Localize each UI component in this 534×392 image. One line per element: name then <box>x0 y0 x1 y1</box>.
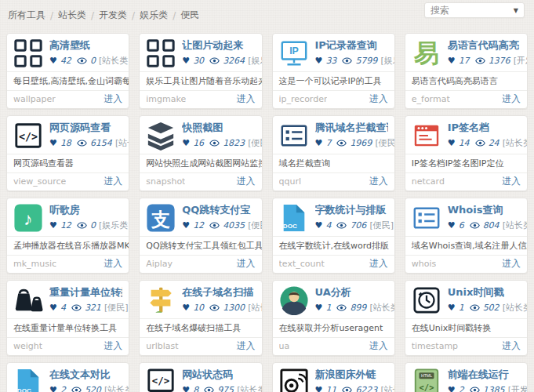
tool-card[interactable]: IP IP记录器查询 ♥ 33 5799 [娱乐类] 这是一个可以记录IP的工具… <box>272 33 395 109</box>
tool-card[interactable]: 高清壁纸 ♥ 42 0 [站长类] 每日壁纸,高清壁纸,金山词霸每日一句壁纸 w… <box>6 33 129 109</box>
category-badge: [站长类] <box>237 384 262 392</box>
likes-count: 6 <box>459 220 464 230</box>
enter-link[interactable]: 进入 <box>502 93 521 106</box>
views-count: 6223 <box>355 385 377 392</box>
tool-description: IP签名档IP签名图IP定位 <box>405 154 527 172</box>
tool-slug: whois <box>412 259 437 269</box>
tool-stats: ♥ 2 520 [站长类] <box>49 384 122 392</box>
search-dropdown[interactable]: 搜索 ▼ <box>424 2 525 18</box>
tool-card[interactable]: UA分析 ♥ 1 899 [站长类] 在线获取并分析useragent ua 进… <box>272 280 395 356</box>
tool-stats: ♥ 16 1823 [便民] <box>182 137 255 149</box>
weibo-icon <box>279 368 309 392</box>
likes-icon: ♥ <box>448 385 456 392</box>
tool-description: 在线Unix时间戳转换 <box>405 318 527 336</box>
enter-link[interactable]: 进入 <box>237 339 256 353</box>
tool-card[interactable]: 快照截图 ♥ 16 1823 [便民] 网站快照生成网站截图网站监控 snaps… <box>139 115 262 191</box>
tool-title[interactable]: IP记录器查询 <box>315 38 388 52</box>
enter-link[interactable]: 进入 <box>502 339 521 353</box>
tool-card[interactable]: </> 网站状态码 ♥ 8 975 [站长类] <box>139 362 262 392</box>
views-count: 5799 <box>355 56 377 66</box>
likes-icon: ♥ <box>49 138 57 148</box>
tool-title[interactable]: 字数统计与排版 <box>315 203 388 216</box>
tool-card[interactable]: Unix时间戳 ♥ 1 502 [站长类] 在线Unix时间戳转换 timest… <box>405 280 528 356</box>
tool-title[interactable]: UA分析 <box>315 285 388 299</box>
views-count: 1300 <box>223 303 245 313</box>
likes-icon: ♥ <box>315 385 323 392</box>
tool-title[interactable]: 在线文本对比 <box>49 368 122 381</box>
tool-stats: ♥ 30 3264 [娱乐类] <box>182 55 255 67</box>
tool-card[interactable]: ♪ 听歌房 ♥ 12 0 [娱乐类] 孟坤播放器在线音乐播放器MKOnlineP… <box>6 198 129 274</box>
tool-title[interactable]: 听歌房 <box>49 203 122 216</box>
tool-title[interactable]: 快照截图 <box>182 121 255 134</box>
enter-link[interactable]: 进入 <box>369 175 388 188</box>
tool-slug: mk_music <box>13 259 56 269</box>
views-count: 3264 <box>223 56 245 66</box>
likes-count: 17 <box>459 56 470 66</box>
nav-item-2[interactable]: 开发类 <box>99 9 127 22</box>
tool-title[interactable]: 新浪图床外链 <box>315 368 388 381</box>
enter-link[interactable]: 进入 <box>237 175 256 188</box>
enter-link[interactable]: 进入 <box>237 93 256 106</box>
tool-title[interactable]: Whois查询 <box>448 203 521 216</box>
nav-item-1[interactable]: 站长类 <box>58 9 86 22</box>
tool-card[interactable]: Whois查询 ♥ 6 804 [站长类] 域名Whois查询,域名注册人信息查… <box>405 198 528 274</box>
avatar-icon <box>279 285 309 315</box>
category-badge: [便民] <box>369 220 394 231</box>
likes-count: 42 <box>60 56 71 66</box>
tool-description: 每日壁纸,高清壁纸,金山词霸每日一句壁纸 <box>7 71 129 89</box>
tool-title[interactable]: IP签名档 <box>448 121 521 134</box>
category-badge: [站长类] <box>380 384 394 392</box>
tool-title[interactable]: QQ跳转支付宝 <box>182 203 255 216</box>
tool-card[interactable]: 易 易语言代码高亮 ♥ 17 1376 [开发类] 易语言代码高亮易语言 e_f… <box>405 33 528 109</box>
tool-title[interactable]: 易语言代码高亮 <box>448 38 521 52</box>
html-file-icon: HTML</> <box>412 368 441 392</box>
tool-stats: ♥ 6 804 [站长类] <box>448 220 521 231</box>
nav-item-3[interactable]: 娱乐类 <box>140 9 168 22</box>
enter-link[interactable]: 进入 <box>104 339 122 353</box>
enter-link[interactable]: 进入 <box>104 257 122 270</box>
enter-link[interactable]: 进入 <box>502 257 521 270</box>
tool-card[interactable]: DOC 字数统计与排版 ♥ 4 706 [便民] 在线字数统计,在线word排版… <box>272 198 395 274</box>
tool-title[interactable]: 网站状态码 <box>182 368 255 381</box>
tool-title[interactable]: 网页源码查看 <box>49 121 122 134</box>
enter-link[interactable]: 进入 <box>104 175 122 188</box>
likes-icon: ♥ <box>49 56 57 66</box>
tool-card[interactable]: 腾讯域名拦截查询 ♥ 7 1969 [便民] 域名拦截查询 qqurl 进入 <box>272 115 395 191</box>
tool-card[interactable]: 新浪图床外链 ♥ 11 6223 [站长类] <box>272 362 395 392</box>
tool-title[interactable]: 在线子域名扫描 <box>182 285 255 299</box>
views-icon <box>470 222 480 229</box>
enter-link[interactable]: 进入 <box>502 175 521 188</box>
enter-link[interactable]: 进入 <box>369 339 388 353</box>
tool-card[interactable]: </> 网页源码查看 ♥ 18 6154 [站长类] 网页源码查看器 view_… <box>6 115 129 191</box>
tool-stats: ♥ 8 975 [站长类] <box>182 384 255 392</box>
tool-card[interactable]: HTML</> 前端在线运行 ♥ 2 1385 [开发类] <box>405 362 528 392</box>
enter-link[interactable]: 进入 <box>237 257 256 270</box>
likes-icon: ♥ <box>315 138 323 148</box>
likes-icon: ♥ <box>315 303 323 313</box>
tool-title[interactable]: 前端在线运行 <box>448 368 521 381</box>
tool-card[interactable]: DOC 在线文本对比 ♥ 2 520 [站长类] <box>6 362 129 392</box>
tool-title[interactable]: 腾讯域名拦截查询 <box>315 121 388 134</box>
category-badge: [站长类] <box>503 302 528 314</box>
svg-text:IP: IP <box>289 45 299 56</box>
tool-card[interactable]: 在线子域名扫描 ♥ 10 1300 [站长类] 在线子域名爆破扫描工具 urlb… <box>139 280 262 356</box>
tool-title[interactable]: 让图片动起来 <box>182 38 255 52</box>
tool-title[interactable]: 高清壁纸 <box>49 38 122 52</box>
tool-card[interactable]: 支 QQ跳转支付宝 ♥ 12 4035 [便民] QQ跳转支付宝工具领红包工具 … <box>139 198 262 274</box>
tool-card[interactable]: 让图片动起来 ♥ 30 3264 [娱乐类] 娱乐工具让图片随着音乐动起来 im… <box>139 33 262 109</box>
tool-card[interactable]: 重量计量单位转换 ♥ 4 321 [便民] 在线重量计量单位转换工具 weigh… <box>6 280 129 356</box>
category-badge: [站长类] <box>104 384 129 392</box>
enter-link[interactable]: 进入 <box>104 93 122 106</box>
tool-description: 娱乐工具让图片随着音乐动起来 <box>140 71 261 89</box>
nav-item-4[interactable]: 便民 <box>180 9 199 22</box>
enter-link[interactable]: 进入 <box>369 257 388 270</box>
tool-description: 在线获取并分析useragent <box>273 318 394 336</box>
tool-card[interactable]: IP签名档 ♥ 14 24 [站长类] IP签名档IP签名图IP定位 netca… <box>405 115 528 191</box>
enter-link[interactable]: 进入 <box>369 93 388 106</box>
likes-icon: ♥ <box>182 56 190 66</box>
tool-title[interactable]: Unix时间戳 <box>448 285 521 299</box>
tool-title[interactable]: 重量计量单位转换 <box>49 285 122 299</box>
list-blue-icon <box>412 203 441 233</box>
nav-item-0[interactable]: 所有工具 <box>8 9 45 22</box>
likes-count: 2 <box>60 385 66 392</box>
